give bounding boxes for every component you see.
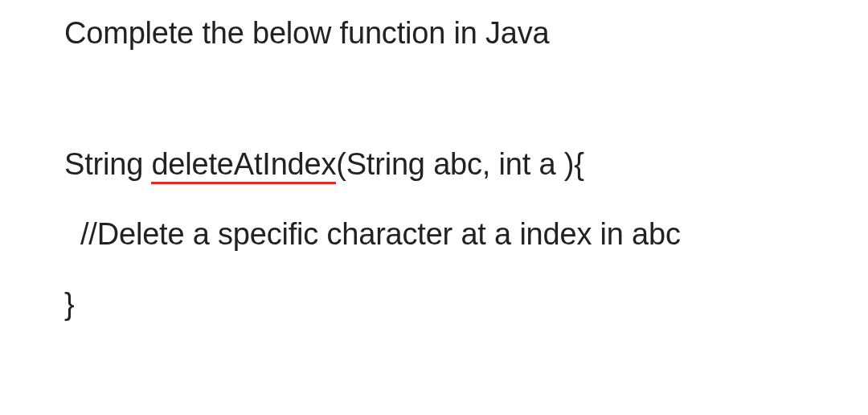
- document-content: Complete the below function in Java Stri…: [64, 16, 804, 322]
- signature-suffix: (String abc, int a ){: [336, 147, 583, 181]
- code-signature-line: String deleteAtIndex(String abc, int a )…: [64, 147, 804, 182]
- code-comment-line: //Delete a specific character at a index…: [64, 217, 804, 252]
- signature-prefix: String: [64, 147, 151, 181]
- prompt-text: Complete the below function in Java: [64, 16, 804, 51]
- function-name-underlined: deleteAtIndex: [151, 147, 336, 184]
- code-closing-brace: }: [64, 287, 804, 322]
